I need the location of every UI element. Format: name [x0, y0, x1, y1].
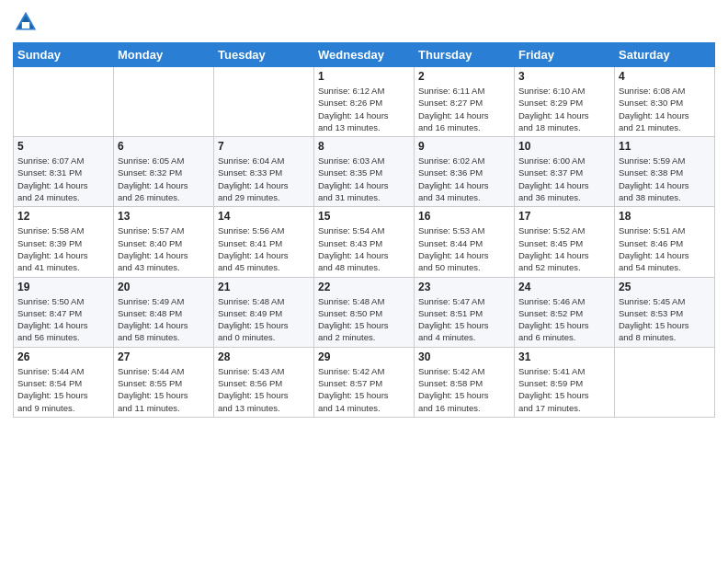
day-info: Sunrise: 6:11 AM Sunset: 8:27 PM Dayligh…	[418, 85, 510, 133]
weekday-friday: Friday	[515, 43, 615, 67]
weekday-header-row: SundayMondayTuesdayWednesdayThursdayFrid…	[14, 43, 715, 67]
day-number: 23	[418, 281, 510, 293]
day-cell: 7Sunrise: 6:04 AM Sunset: 8:33 PM Daylig…	[214, 137, 314, 207]
day-cell: 20Sunrise: 5:49 AM Sunset: 8:48 PM Dayli…	[114, 277, 214, 347]
day-number: 26	[17, 350, 109, 363]
day-cell	[615, 347, 715, 417]
weekday-thursday: Thursday	[415, 43, 515, 67]
week-row-2: 5Sunrise: 6:07 AM Sunset: 8:31 PM Daylig…	[14, 137, 715, 207]
day-cell: 9Sunrise: 6:02 AM Sunset: 8:36 PM Daylig…	[415, 137, 515, 207]
day-info: Sunrise: 6:12 AM Sunset: 8:26 PM Dayligh…	[318, 85, 410, 133]
day-number: 12	[17, 210, 109, 223]
day-number: 29	[318, 350, 410, 363]
day-number: 24	[518, 281, 610, 293]
day-info: Sunrise: 6:10 AM Sunset: 8:29 PM Dayligh…	[518, 85, 610, 133]
weekday-saturday: Saturday	[615, 43, 715, 67]
day-cell: 30Sunrise: 5:42 AM Sunset: 8:58 PM Dayli…	[415, 347, 515, 417]
day-number: 14	[218, 210, 310, 223]
day-number: 19	[17, 281, 109, 293]
day-info: Sunrise: 6:02 AM Sunset: 8:36 PM Dayligh…	[418, 155, 510, 203]
day-info: Sunrise: 6:03 AM Sunset: 8:35 PM Dayligh…	[318, 155, 410, 203]
logo-icon	[13, 9, 39, 35]
day-info: Sunrise: 5:44 AM Sunset: 8:54 PM Dayligh…	[17, 365, 109, 414]
day-info: Sunrise: 5:49 AM Sunset: 8:48 PM Dayligh…	[118, 295, 210, 344]
day-info: Sunrise: 5:46 AM Sunset: 8:52 PM Dayligh…	[518, 295, 610, 344]
day-info: Sunrise: 5:45 AM Sunset: 8:53 PM Dayligh…	[619, 295, 711, 344]
day-info: Sunrise: 6:08 AM Sunset: 8:30 PM Dayligh…	[619, 85, 711, 133]
day-number: 21	[218, 281, 310, 293]
day-cell: 2Sunrise: 6:11 AM Sunset: 8:27 PM Daylig…	[415, 67, 515, 137]
day-cell: 23Sunrise: 5:47 AM Sunset: 8:51 PM Dayli…	[415, 277, 515, 347]
day-info: Sunrise: 5:41 AM Sunset: 8:59 PM Dayligh…	[518, 365, 610, 414]
day-cell: 19Sunrise: 5:50 AM Sunset: 8:47 PM Dayli…	[14, 277, 114, 347]
day-cell: 31Sunrise: 5:41 AM Sunset: 8:59 PM Dayli…	[515, 347, 615, 417]
day-info: Sunrise: 5:56 AM Sunset: 8:41 PM Dayligh…	[218, 224, 310, 273]
day-cell: 12Sunrise: 5:58 AM Sunset: 8:39 PM Dayli…	[14, 207, 114, 277]
day-cell: 15Sunrise: 5:54 AM Sunset: 8:43 PM Dayli…	[314, 207, 415, 277]
week-row-5: 26Sunrise: 5:44 AM Sunset: 8:54 PM Dayli…	[14, 347, 715, 417]
day-number: 18	[619, 210, 711, 223]
day-number: 3	[518, 70, 610, 83]
day-number: 17	[518, 210, 610, 223]
day-cell: 1Sunrise: 6:12 AM Sunset: 8:26 PM Daylig…	[314, 67, 415, 137]
day-number: 31	[518, 350, 610, 363]
day-info: Sunrise: 5:50 AM Sunset: 8:47 PM Dayligh…	[17, 295, 109, 344]
logo	[13, 9, 42, 35]
svg-rect-2	[22, 22, 29, 29]
day-info: Sunrise: 5:58 AM Sunset: 8:39 PM Dayligh…	[17, 224, 109, 273]
day-info: Sunrise: 5:43 AM Sunset: 8:56 PM Dayligh…	[218, 365, 310, 414]
day-info: Sunrise: 6:00 AM Sunset: 8:37 PM Dayligh…	[518, 155, 610, 203]
day-number: 6	[118, 140, 210, 153]
day-number: 7	[218, 140, 310, 153]
day-info: Sunrise: 5:51 AM Sunset: 8:46 PM Dayligh…	[619, 224, 711, 273]
day-cell	[14, 67, 114, 137]
day-number: 9	[418, 140, 510, 153]
week-row-3: 12Sunrise: 5:58 AM Sunset: 8:39 PM Dayli…	[14, 207, 715, 277]
day-cell	[114, 67, 214, 137]
day-cell	[214, 67, 314, 137]
day-number: 13	[118, 210, 210, 223]
day-number: 11	[619, 140, 711, 153]
day-info: Sunrise: 5:42 AM Sunset: 8:58 PM Dayligh…	[418, 365, 510, 414]
day-info: Sunrise: 5:53 AM Sunset: 8:44 PM Dayligh…	[418, 224, 510, 273]
day-cell: 4Sunrise: 6:08 AM Sunset: 8:30 PM Daylig…	[615, 67, 715, 137]
weekday-monday: Monday	[114, 43, 214, 67]
day-cell: 28Sunrise: 5:43 AM Sunset: 8:56 PM Dayli…	[214, 347, 314, 417]
day-number: 22	[318, 281, 410, 293]
day-info: Sunrise: 5:47 AM Sunset: 8:51 PM Dayligh…	[418, 295, 510, 344]
day-number: 16	[418, 210, 510, 223]
day-cell: 17Sunrise: 5:52 AM Sunset: 8:45 PM Dayli…	[515, 207, 615, 277]
day-cell: 22Sunrise: 5:48 AM Sunset: 8:50 PM Dayli…	[314, 277, 415, 347]
day-number: 20	[118, 281, 210, 293]
day-number: 1	[318, 70, 410, 83]
week-row-1: 1Sunrise: 6:12 AM Sunset: 8:26 PM Daylig…	[14, 67, 715, 137]
day-cell: 5Sunrise: 6:07 AM Sunset: 8:31 PM Daylig…	[14, 137, 114, 207]
day-number: 5	[17, 140, 109, 153]
day-cell: 25Sunrise: 5:45 AM Sunset: 8:53 PM Dayli…	[615, 277, 715, 347]
day-number: 2	[418, 70, 510, 83]
day-number: 30	[418, 350, 510, 363]
day-cell: 6Sunrise: 6:05 AM Sunset: 8:32 PM Daylig…	[114, 137, 214, 207]
day-cell: 8Sunrise: 6:03 AM Sunset: 8:35 PM Daylig…	[314, 137, 415, 207]
day-cell: 16Sunrise: 5:53 AM Sunset: 8:44 PM Dayli…	[415, 207, 515, 277]
day-cell: 14Sunrise: 5:56 AM Sunset: 8:41 PM Dayli…	[214, 207, 314, 277]
header	[13, 9, 715, 35]
day-info: Sunrise: 6:05 AM Sunset: 8:32 PM Dayligh…	[118, 155, 210, 203]
day-info: Sunrise: 5:48 AM Sunset: 8:50 PM Dayligh…	[318, 295, 410, 344]
day-info: Sunrise: 5:48 AM Sunset: 8:49 PM Dayligh…	[218, 295, 310, 344]
day-number: 27	[118, 350, 210, 363]
day-cell: 10Sunrise: 6:00 AM Sunset: 8:37 PM Dayli…	[515, 137, 615, 207]
day-info: Sunrise: 5:59 AM Sunset: 8:38 PM Dayligh…	[619, 155, 711, 203]
day-cell: 27Sunrise: 5:44 AM Sunset: 8:55 PM Dayli…	[114, 347, 214, 417]
weekday-tuesday: Tuesday	[214, 43, 314, 67]
day-cell: 18Sunrise: 5:51 AM Sunset: 8:46 PM Dayli…	[615, 207, 715, 277]
day-info: Sunrise: 5:42 AM Sunset: 8:57 PM Dayligh…	[318, 365, 410, 414]
day-number: 4	[619, 70, 711, 83]
day-cell: 21Sunrise: 5:48 AM Sunset: 8:49 PM Dayli…	[214, 277, 314, 347]
day-info: Sunrise: 6:04 AM Sunset: 8:33 PM Dayligh…	[218, 155, 310, 203]
day-info: Sunrise: 5:57 AM Sunset: 8:40 PM Dayligh…	[118, 224, 210, 273]
day-number: 25	[619, 281, 711, 293]
day-info: Sunrise: 5:54 AM Sunset: 8:43 PM Dayligh…	[318, 224, 410, 273]
day-cell: 3Sunrise: 6:10 AM Sunset: 8:29 PM Daylig…	[515, 67, 615, 137]
weekday-wednesday: Wednesday	[314, 43, 415, 67]
